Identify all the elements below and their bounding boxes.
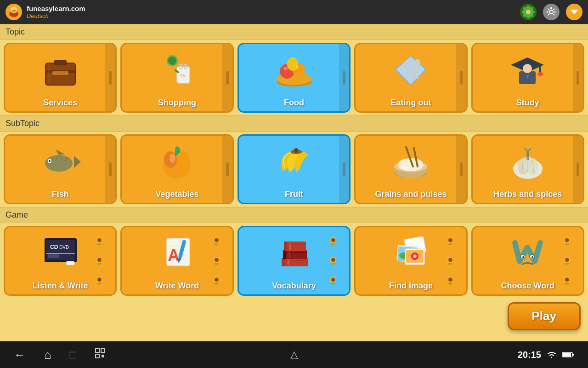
svg-rect-20 [52,71,68,75]
back-button[interactable]: ← [14,348,26,362]
svg-line-78 [528,148,531,152]
svg-rect-127 [563,353,571,356]
svg-rect-101 [283,250,286,259]
study-label: Study [516,98,539,108]
game-card-choose-word[interactable]: 🌻 🌻 🌻 Choose Word [471,226,584,296]
topic-card-eating-out[interactable]: Eating out [354,43,467,113]
topic-card-services[interactable]: Services [4,43,117,113]
svg-rect-44 [539,65,541,73]
svg-point-60 [177,151,190,168]
center-button[interactable]: △ [290,349,298,361]
food-scroll [339,44,349,111]
subtopic-card-fish[interactable]: Fish [4,134,117,204]
svg-point-121 [531,256,533,258]
topic-card-shopping[interactable]: 🛍 Shopping [120,43,233,113]
svg-rect-124 [96,354,99,358]
svg-rect-102 [284,242,306,251]
svg-point-35 [296,66,299,69]
services-scroll [105,44,115,111]
recent-apps-button[interactable]: □ [70,348,77,361]
eating-out-scroll [456,44,466,111]
game-card-listen-write[interactable]: CD DVD 🌻 🌻 🌻 Listen & Write [4,226,117,296]
scan-button[interactable] [95,348,106,362]
svg-rect-99 [282,258,285,266]
topic-card-food[interactable]: Food [237,43,351,113]
fish-scroll [105,136,115,203]
flower-icon[interactable] [520,4,537,20]
main-content: Topic Services [0,24,588,341]
svg-rect-88 [66,261,74,265]
game-card-find-image[interactable]: 🌻 🌻 🌻 Find Image [354,226,467,296]
svg-rect-21 [48,64,50,83]
subtopic-card-row: Fish Vegetables [0,132,588,207]
svg-point-23 [168,57,176,65]
game-card-vocabulary[interactable]: 🌻 🌻 🌻 Vocabulary [237,226,351,296]
svg-text:😊: 😊 [11,8,17,14]
services-icon [5,44,115,96]
svg-point-33 [287,57,298,71]
play-button[interactable]: Play [508,302,581,330]
vegetables-icon [122,136,232,188]
svg-marker-50 [74,156,81,168]
game-card-write-word[interactable]: A 🌻 🌻 🌻 Write Word [120,226,233,296]
choose-word-label: Choose Word [501,281,554,291]
herbs-label: Herbs and spices [493,190,562,199]
svg-marker-16 [570,10,578,14]
svg-text:A: A [168,246,180,265]
svg-marker-36 [396,56,426,85]
svg-text:CD: CD [50,244,58,250]
svg-point-15 [550,11,553,13]
wifi-icon [547,351,557,359]
topic-section-header: Topic [0,24,588,40]
app-logo: 😊 [6,4,22,20]
bottom-bar: ← ⌂ □ △ 20:15 [0,341,588,368]
svg-rect-122 [96,349,99,352]
vocabulary-label: Vocabulary [272,281,316,291]
home-button[interactable]: ⌂ [44,348,51,362]
grains-label: Grains and pulses [375,190,447,199]
write-word-deco: 🌻 🌻 🌻 [211,227,221,294]
eating-out-icon [356,44,466,96]
svg-point-56 [49,160,51,162]
svg-text:🛍: 🛍 [181,73,185,78]
vegetables-label: Vegetables [156,190,199,199]
grains-icon [356,136,466,188]
svg-text:DVD: DVD [59,245,69,250]
fruit-scroll [339,136,349,203]
food-label: Food [284,98,304,108]
subtopic-card-herbs[interactable]: Herbs and spices [471,134,584,204]
fish-icon [5,136,115,188]
subtopic-card-grains[interactable]: Grains and pulses [354,134,467,204]
svg-rect-98 [282,258,308,266]
shopping-label: Shopping [158,98,196,108]
play-button-area: Play [0,299,588,334]
subtopic-card-fruit[interactable]: Fruit [237,134,351,204]
listen-write-label: Listen & Write [33,281,88,291]
herbs-scroll [573,136,583,203]
subtopic-section-header: SubTopic [0,115,588,132]
svg-rect-109 [288,259,289,265]
eating-out-label: Eating out [390,98,431,108]
subtopic-card-vegetables[interactable]: Vegetables [120,134,233,204]
bottom-right: 20:15 [518,350,574,360]
app-subtitle: Deutsch [27,12,85,19]
choose-word-deco: 🌻 🌻 🌻 [562,227,572,294]
vocabulary-deco: 🌻 🌻 🌻 [328,227,338,294]
find-image-deco: 🌻 🌻 🌻 [445,227,455,294]
app-branding: 😊 funeasylearn.com Deutsch [6,4,85,20]
dropdown-icon[interactable] [566,4,582,20]
svg-rect-108 [288,251,290,258]
svg-point-47 [523,64,532,73]
settings-icon[interactable] [543,4,560,20]
svg-rect-123 [101,349,105,352]
svg-point-41 [415,59,420,67]
svg-rect-100 [283,250,307,259]
topic-card-study[interactable]: Study [471,43,584,113]
svg-point-34 [284,67,288,70]
svg-marker-57 [56,150,65,155]
food-icon [239,44,349,96]
study-scroll [573,44,583,111]
svg-rect-65 [294,148,298,153]
svg-rect-103 [284,242,287,251]
shopping-scroll [222,44,232,111]
